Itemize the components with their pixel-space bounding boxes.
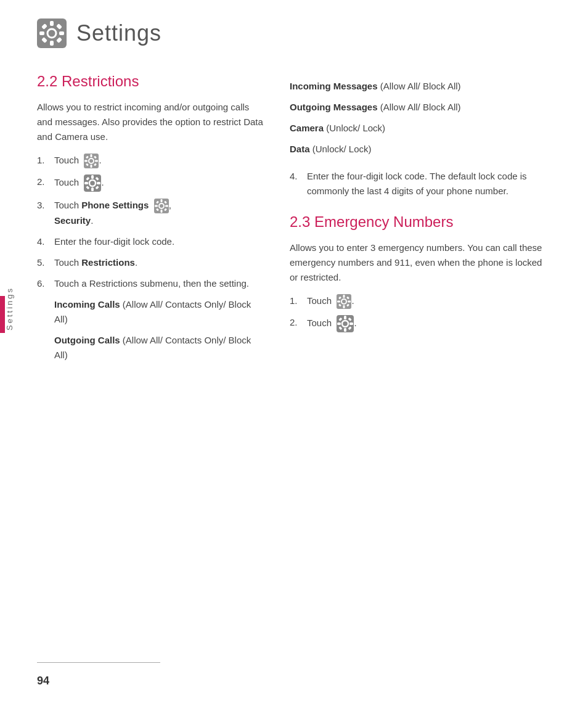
sidebar-bar bbox=[0, 296, 5, 333]
svg-rect-13 bbox=[91, 165, 92, 168]
camera-label: Camera bbox=[290, 123, 324, 133]
svg-rect-53 bbox=[344, 328, 346, 332]
step-5-bold: Restrictions bbox=[81, 257, 135, 268]
emergency-step-2-icon bbox=[337, 315, 354, 332]
step-1-content: Touch . bbox=[54, 153, 265, 168]
emergency-step-1-number: 1. bbox=[290, 293, 307, 308]
step-4: 4. Enter the four-digit lock code. bbox=[37, 234, 265, 249]
section-heading-emergency: 2.3 Emergency Numbers bbox=[290, 213, 551, 231]
incoming-calls-label: Incoming Calls bbox=[54, 299, 120, 310]
emergency-step-2-content: Touch . bbox=[307, 315, 551, 332]
svg-rect-15 bbox=[95, 160, 98, 162]
page-number: 94 bbox=[37, 675, 49, 688]
svg-rect-45 bbox=[348, 301, 351, 303]
svg-rect-43 bbox=[343, 305, 345, 308]
left-column: 2.2 Restrictions Allows you to restrict … bbox=[37, 73, 265, 369]
sub-item-camera: Camera (Unlock/ Lock) bbox=[290, 121, 551, 136]
header-icon bbox=[37, 18, 67, 48]
step-5-number: 5. bbox=[37, 255, 54, 270]
step-1-number: 1. bbox=[37, 153, 54, 168]
svg-rect-24 bbox=[84, 182, 88, 184]
header: Settings bbox=[0, 0, 588, 60]
right-step-4-number: 4. bbox=[290, 169, 307, 184]
incoming-messages-label: Incoming Messages bbox=[290, 81, 378, 91]
svg-rect-54 bbox=[337, 322, 341, 325]
sub-item-data: Data (Unlock/ Lock) bbox=[290, 142, 551, 157]
svg-rect-52 bbox=[344, 316, 346, 319]
emergency-step-1-icon bbox=[337, 294, 351, 309]
right-column: Incoming Messages (Allow All/ Block All)… bbox=[290, 73, 551, 369]
emergency-step-1-content: Touch . bbox=[307, 293, 551, 309]
content-area: 2.2 Restrictions Allows you to restrict … bbox=[0, 60, 588, 393]
step-6-content: Touch a Restrictions submenu, then the s… bbox=[54, 276, 265, 291]
page-container: Settings Settings bbox=[0, 0, 588, 706]
step-3-bold: Phone Settings bbox=[81, 200, 149, 210]
step-2: 2. Touch bbox=[37, 174, 265, 192]
step-1: 1. Touch bbox=[37, 153, 265, 168]
svg-rect-22 bbox=[91, 175, 94, 179]
svg-rect-33 bbox=[160, 210, 162, 213]
step-5-content: Touch Restrictions. bbox=[54, 255, 265, 270]
sidebar-label: Settings bbox=[5, 287, 14, 330]
left-sub-items: Incoming Calls (Allow All/ Contacts Only… bbox=[37, 297, 265, 363]
svg-rect-4 bbox=[39, 31, 44, 35]
restrictions-description: Allows you to restrict incoming and/or o… bbox=[37, 100, 265, 144]
outgoing-calls-label: Outgoing Calls bbox=[54, 335, 120, 345]
svg-rect-25 bbox=[97, 182, 100, 184]
svg-rect-32 bbox=[160, 199, 162, 202]
sub-item-outgoing-messages: Outgoing Messages (Allow All/ Block All) bbox=[290, 100, 551, 115]
sub-item-incoming-messages: Incoming Messages (Allow All/ Block All) bbox=[290, 79, 551, 94]
step-4-number: 4. bbox=[37, 234, 54, 249]
step-3-bold2: Security bbox=[54, 215, 91, 226]
svg-rect-42 bbox=[343, 295, 345, 298]
page-title: Settings bbox=[76, 20, 161, 46]
svg-rect-14 bbox=[84, 160, 88, 162]
step-3: 3. Touch Phone Settings bbox=[37, 198, 265, 228]
svg-rect-55 bbox=[349, 322, 353, 325]
step-6-number: 6. bbox=[37, 276, 54, 291]
outgoing-messages-label: Outgoing Messages bbox=[290, 102, 378, 112]
right-sub-items-top: Incoming Messages (Allow All/ Block All)… bbox=[290, 79, 551, 157]
emergency-step-2: 2. Touch bbox=[290, 315, 551, 332]
step-3-number: 3. bbox=[37, 198, 54, 213]
svg-rect-35 bbox=[165, 205, 168, 207]
step-2-icon bbox=[84, 174, 101, 192]
right-step-4-content: Enter the four-digit lock code. The defa… bbox=[307, 169, 551, 199]
svg-rect-5 bbox=[59, 31, 64, 35]
step-1-icon bbox=[84, 154, 99, 168]
svg-rect-12 bbox=[91, 154, 92, 157]
svg-rect-34 bbox=[155, 205, 158, 207]
step-3-content: Touch Phone Settings , bbox=[54, 198, 265, 228]
svg-rect-2 bbox=[50, 21, 54, 26]
step-2-number: 2. bbox=[37, 174, 54, 189]
step-4-content: Enter the four-digit lock code. bbox=[54, 234, 265, 249]
emergency-description: Allows you to enter 3 emergency numbers.… bbox=[290, 240, 551, 285]
restrictions-steps: 1. Touch bbox=[37, 153, 265, 291]
svg-rect-3 bbox=[50, 41, 54, 46]
bottom-divider bbox=[37, 662, 160, 663]
sub-item-outgoing-calls: Outgoing Calls (Allow All/ Contacts Only… bbox=[54, 333, 265, 363]
step-2-content: Touch . bbox=[54, 174, 265, 192]
data-label: Data bbox=[290, 144, 310, 154]
step-5: 5. Touch Restrictions. bbox=[37, 255, 265, 270]
emergency-steps: 1. Touch bbox=[290, 293, 551, 332]
section-heading-restrictions: 2.2 Restrictions bbox=[37, 73, 265, 90]
sub-item-incoming-calls: Incoming Calls (Allow All/ Contacts Only… bbox=[54, 297, 265, 327]
step-3-icon bbox=[154, 199, 169, 213]
settings-icon bbox=[37, 18, 67, 48]
emergency-step-1: 1. Touch bbox=[290, 293, 551, 309]
right-steps-top: 4. Enter the four-digit lock code. The d… bbox=[290, 169, 551, 199]
emergency-step-2-number: 2. bbox=[290, 315, 307, 330]
svg-rect-44 bbox=[337, 301, 340, 303]
svg-rect-23 bbox=[91, 187, 94, 191]
right-step-4: 4. Enter the four-digit lock code. The d… bbox=[290, 169, 551, 199]
step-6: 6. Touch a Restrictions submenu, then th… bbox=[37, 276, 265, 291]
